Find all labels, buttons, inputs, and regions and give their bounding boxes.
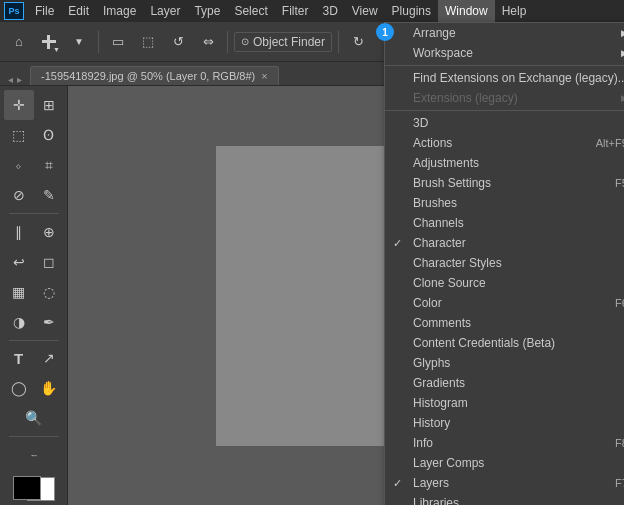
menu-item-channels[interactable]: Channels	[385, 213, 624, 233]
separator-2	[227, 31, 228, 53]
menu-item-adjustments[interactable]: Adjustments	[385, 153, 624, 173]
menu-item-actions[interactable]: Actions Alt+F9	[385, 133, 624, 153]
home-btn[interactable]: ⌂	[6, 29, 32, 55]
brush-tool[interactable]: ∥	[4, 217, 34, 247]
pen-tool[interactable]: ✒	[34, 307, 64, 337]
menu-layer[interactable]: Layer	[143, 0, 187, 22]
menu-item-layer-comps[interactable]: Layer Comps	[385, 453, 624, 473]
tool-row-11: 🔍	[19, 403, 49, 433]
tool-row-1: ✛ ⊞	[4, 90, 64, 120]
menu-item-content-credentials[interactable]: Content Credentials (Beta)	[385, 333, 624, 353]
tool-row-7: ▦ ◌	[4, 277, 64, 307]
menu-help[interactable]: Help	[495, 0, 534, 22]
menu-item-glyphs[interactable]: Glyphs	[385, 353, 624, 373]
marquee-tool[interactable]: ⬚	[4, 120, 34, 150]
flip-btn[interactable]: ⇔	[195, 29, 221, 55]
eraser-tool[interactable]: ◻	[34, 247, 64, 277]
badge-1: 1	[376, 23, 394, 41]
heal-tool[interactable]: ✎	[34, 180, 64, 210]
menu-item-color[interactable]: Color F6	[385, 293, 624, 313]
separator-3	[338, 31, 339, 53]
left-toolbar: ✛ ⊞ ⬚ ʘ ⬦ ⌗ ⊘ ✎ ∥ ⊕ ↩ ◻ ▦ ◌ ◑ ✒	[0, 86, 68, 505]
eyedropper-tool[interactable]: ⊘	[4, 180, 34, 210]
frame-btn[interactable]: ⬚	[135, 29, 161, 55]
refresh-btn[interactable]: ↻	[345, 29, 371, 55]
dodge-tool[interactable]: ◑	[4, 307, 34, 337]
history-brush-tool[interactable]: ↩	[4, 247, 34, 277]
ps-logo-icon: Ps	[4, 2, 24, 20]
object-finder-toggle[interactable]: ⊙ Object Finder	[234, 32, 332, 52]
menu-item-extensions-legacy: Extensions (legacy)	[385, 88, 624, 108]
menu-window[interactable]: Window	[438, 0, 495, 22]
tool-row-4: ⊘ ✎	[4, 180, 64, 210]
zoom-tool[interactable]: 🔍	[19, 403, 49, 433]
tool-row-5: ∥ ⊕	[4, 217, 64, 247]
rect-btn[interactable]: ▭	[105, 29, 131, 55]
path-select-tool[interactable]: ↗	[34, 343, 64, 373]
menu-item-character-styles[interactable]: Character Styles	[385, 253, 624, 273]
tab-close-btn[interactable]: ×	[261, 70, 267, 82]
menu-item-brushes[interactable]: Brushes	[385, 193, 624, 213]
blur-tool[interactable]: ◌	[34, 277, 64, 307]
shape-tool[interactable]: ◯	[4, 373, 34, 403]
menu-item-layers[interactable]: ✓ Layers F7	[385, 473, 624, 493]
ps-logo: Ps	[4, 1, 24, 21]
active-tab[interactable]: -1595418929.jpg @ 50% (Layer 0, RGB/8#) …	[30, 66, 279, 85]
tab-label: -1595418929.jpg @ 50% (Layer 0, RGB/8#)	[41, 70, 255, 82]
window-dropdown-menu: 1 Arrange Workspace Find Extensions on E…	[384, 22, 624, 505]
extra-tools[interactable]: ···	[19, 440, 49, 470]
tool-row-2: ⬚ ʘ	[4, 120, 64, 150]
gradient-tool[interactable]: ▦	[4, 277, 34, 307]
tab-arrow-right[interactable]: ▸	[17, 74, 22, 85]
menu-item-workspace[interactable]: Workspace	[385, 43, 624, 63]
menu-item-3d[interactable]: 3D	[385, 113, 624, 133]
separator-1	[98, 31, 99, 53]
menu-item-libraries[interactable]: Libraries	[385, 493, 624, 505]
text-tool[interactable]: T	[4, 343, 34, 373]
menu-image[interactable]: Image	[96, 0, 143, 22]
rotate-btn[interactable]: ↺	[165, 29, 191, 55]
menu-item-arrange[interactable]: Arrange	[385, 23, 624, 43]
tool-row-8: ◑ ✒	[4, 307, 64, 337]
menu-view[interactable]: View	[345, 0, 385, 22]
tool-sep-1	[9, 213, 59, 214]
clone-tool[interactable]: ⊕	[34, 217, 64, 247]
menu-item-history[interactable]: History	[385, 413, 624, 433]
layers-check: ✓	[393, 477, 402, 490]
tool-sep-3	[9, 436, 59, 437]
info-shortcut: F8	[615, 437, 624, 449]
menu-item-find-extensions[interactable]: Find Extensions on Exchange (legacy)...	[385, 68, 624, 88]
menu-item-brush-settings[interactable]: Brush Settings F5	[385, 173, 624, 193]
menu-item-histogram[interactable]: Histogram	[385, 393, 624, 413]
tab-arrow-left[interactable]: ◂	[8, 74, 13, 85]
menu-select[interactable]: Select	[227, 0, 274, 22]
menu-bar: Ps File Edit Image Layer Type Select Fil…	[0, 0, 624, 22]
tool-row-6: ↩ ◻	[4, 247, 64, 277]
actions-shortcut: Alt+F9	[596, 137, 624, 149]
menu-item-gradients[interactable]: Gradients	[385, 373, 624, 393]
zoom-dropdown[interactable]: ▼	[66, 29, 92, 55]
move-tool-btn[interactable]: ▼	[36, 29, 62, 55]
menu-plugins[interactable]: Plugins	[385, 0, 438, 22]
menu-file[interactable]: File	[28, 0, 61, 22]
menu-type[interactable]: Type	[187, 0, 227, 22]
lasso-tool[interactable]: ʘ	[34, 120, 64, 150]
menu-item-info[interactable]: Info F8	[385, 433, 624, 453]
menu-edit[interactable]: Edit	[61, 0, 96, 22]
menu-item-character[interactable]: ✓ Character	[385, 233, 624, 253]
artboard-tool[interactable]: ⊞	[34, 90, 64, 120]
crop-tool[interactable]: ⌗	[34, 150, 64, 180]
foreground-color[interactable]	[13, 476, 41, 500]
color-picker[interactable]	[13, 476, 55, 501]
color-shortcut: F6	[615, 297, 624, 309]
menu-3d[interactable]: 3D	[315, 0, 344, 22]
menu-filter[interactable]: Filter	[275, 0, 316, 22]
tool-row-3: ⬦ ⌗	[4, 150, 64, 180]
menu-item-clone-source[interactable]: Clone Source	[385, 273, 624, 293]
quick-select-tool[interactable]: ⬦	[4, 150, 34, 180]
hand-tool[interactable]: ✋	[34, 373, 64, 403]
move-tool[interactable]: ✛	[4, 90, 34, 120]
tool-row-9: T ↗	[4, 343, 64, 373]
menu-item-comments[interactable]: Comments	[385, 313, 624, 333]
layers-shortcut: F7	[615, 477, 624, 489]
